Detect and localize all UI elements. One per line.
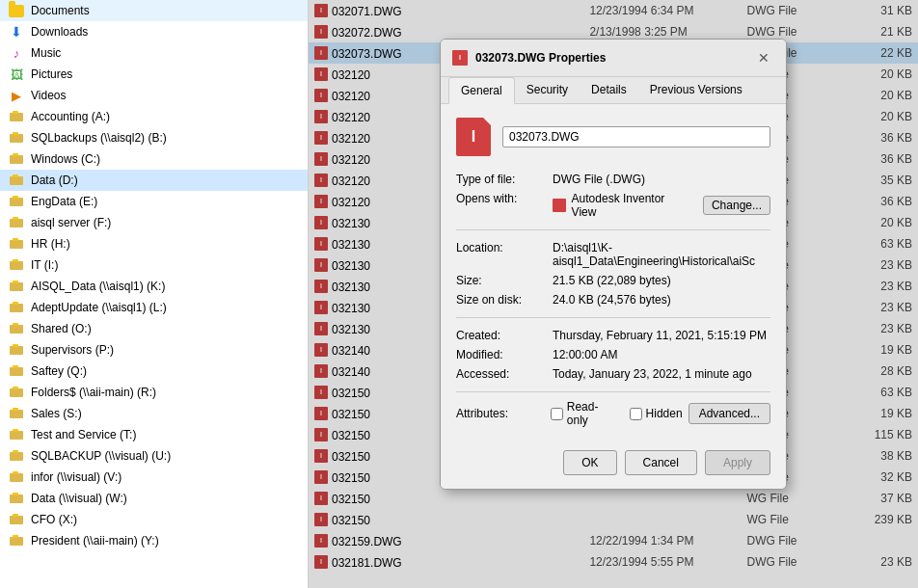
sidebar-item-engdata[interactable]: EngData (E:) — [0, 191, 308, 212]
properties-table: Type of file: DWG File (.DWG) Opens with… — [456, 170, 770, 222]
readonly-checkbox-label[interactable]: Read-only — [551, 400, 614, 427]
svg-rect-37 — [13, 493, 18, 495]
sidebar-icon-test_service — [8, 427, 25, 442]
sidebar-item-documents[interactable]: Documents — [0, 0, 308, 21]
svg-rect-4 — [10, 155, 23, 164]
sidebar-item-infor[interactable]: infor (\\visual) (V:) — [0, 467, 308, 488]
sidebar-label-sales: Sales (S:) — [31, 407, 82, 420]
sidebar-icon-downloads: ⬇ — [8, 24, 25, 40]
hidden-label: Hidden — [646, 407, 683, 420]
sidebar-label-engdata: EngData (E:) — [31, 195, 97, 208]
svg-rect-6 — [10, 176, 23, 185]
sidebar-label-sqlbackups: SQLbackups (\\aisql2) (B:) — [31, 131, 167, 145]
tab-previous-versions[interactable]: Previous Versions — [638, 77, 754, 104]
close-button[interactable]: ✕ — [753, 47, 774, 68]
advanced-button[interactable]: Advanced... — [688, 403, 770, 424]
accessed-value: Today, January 23, 2022, 1 minute ago — [553, 364, 770, 384]
sidebar-icon-sales — [8, 406, 25, 421]
cancel-button[interactable]: Cancel — [625, 450, 697, 475]
tab-details[interactable]: Details — [580, 77, 638, 104]
sidebar-item-adept[interactable]: AdeptUpdate (\\aisql1) (L:) — [0, 297, 308, 318]
svg-rect-25 — [13, 365, 18, 368]
sidebar-icon-videos: ▶ — [8, 88, 25, 103]
sidebar-label-infor: infor (\\visual) (V:) — [31, 470, 122, 484]
dialog-titlebar: I 032073.DWG Properties ✕ — [441, 40, 786, 77]
sidebar-icon-accounting — [8, 109, 25, 124]
sidebar-item-accounting[interactable]: Accounting (A:) — [0, 106, 308, 127]
sidebar-label-hr: HR (H:) — [31, 237, 70, 251]
svg-rect-15 — [13, 259, 18, 262]
main-content: I032071.DWG12/23/1994 6:34 PMDWG File31 … — [309, 0, 918, 588]
svg-rect-17 — [13, 281, 18, 283]
sidebar-label-pictures: Pictures — [31, 67, 72, 81]
sidebar-item-data_w[interactable]: Data (\\visual) (W:) — [0, 488, 308, 509]
sidebar-icon-adept — [8, 300, 25, 315]
size-disk-row: Size on disk: 24.0 KB (24,576 bytes) — [456, 290, 770, 309]
modified-value: 12:00:00 AM — [553, 345, 770, 364]
hidden-checkbox-label[interactable]: Hidden — [630, 407, 683, 420]
modified-row: Modified: 12:00:00 AM — [456, 345, 770, 364]
sidebar-item-sales[interactable]: Sales (S:) — [0, 403, 308, 424]
sidebar-label-windows: Windows (C:) — [31, 152, 100, 166]
sidebar-icon-hr — [8, 236, 25, 252]
sidebar-item-hr[interactable]: HR (H:) — [0, 233, 308, 254]
accessed-label: Accessed: — [456, 364, 553, 384]
change-button[interactable]: Change... — [703, 196, 770, 215]
svg-rect-5 — [13, 153, 18, 156]
sidebar-item-sqlbackup_u[interactable]: SQLBACKUP (\\visual) (U:) — [0, 445, 308, 467]
readonly-checkbox[interactable] — [551, 408, 563, 420]
type-row: Type of file: DWG File (.DWG) — [456, 170, 770, 189]
svg-rect-28 — [10, 410, 23, 418]
dialog-footer: OK Cancel Apply — [441, 441, 786, 489]
svg-rect-21 — [13, 323, 18, 326]
dialog-tabs: GeneralSecurityDetailsPrevious Versions — [441, 77, 786, 104]
tab-general[interactable]: General — [448, 77, 515, 104]
details-table: Location: D:\aisql1\K-aisql1_Data\Engine… — [456, 238, 770, 309]
svg-rect-7 — [13, 174, 18, 177]
sidebar-label-test_service: Test and Service (T:) — [31, 428, 136, 441]
hidden-checkbox[interactable] — [630, 408, 642, 420]
sidebar-item-music[interactable]: ♪Music — [0, 42, 308, 64]
sidebar-item-folders[interactable]: Folders$ (\\aii-main) (R:) — [0, 382, 308, 403]
size-disk-value: 24.0 KB (24,576 bytes) — [553, 290, 770, 309]
opens-app: Autodesk Inventor View — [572, 192, 689, 219]
sidebar-item-pictures[interactable]: 🖼Pictures — [0, 64, 308, 85]
sidebar-icon-sqlbackup_u — [8, 448, 25, 464]
svg-rect-32 — [10, 452, 23, 461]
filename-input[interactable] — [502, 126, 770, 147]
apply-button[interactable]: Apply — [705, 450, 770, 475]
sidebar-item-it[interactable]: IT (I:) — [0, 254, 308, 276]
svg-rect-12 — [10, 240, 23, 249]
sidebar-item-sqlbackups[interactable]: SQLbackups (\\aisql2) (B:) — [0, 127, 308, 148]
svg-rect-24 — [10, 367, 23, 376]
sidebar-icon-data_w — [8, 491, 25, 506]
ok-button[interactable]: OK — [563, 450, 616, 475]
created-label: Created: — [456, 326, 553, 345]
sidebar-icon-sqlbackups — [8, 130, 25, 146]
svg-rect-27 — [13, 387, 18, 389]
sidebar-item-saftey[interactable]: Saftey (Q:) — [0, 361, 308, 382]
sidebar-label-data_w: Data (\\visual) (W:) — [31, 492, 127, 505]
sidebar-item-supervisors[interactable]: Supervisors (P:) — [0, 339, 308, 361]
dates-table: Created: Thursday, February 11, 2021, 5:… — [456, 326, 770, 384]
sidebar-item-cfo[interactable]: CFO (X:) — [0, 509, 308, 530]
sidebar-item-data_d[interactable]: Data (D:) — [0, 170, 308, 191]
sidebar-item-videos[interactable]: ▶Videos — [0, 85, 308, 106]
sidebar-item-windows[interactable]: Windows (C:) — [0, 148, 308, 170]
sidebar-item-test_service[interactable]: Test and Service (T:) — [0, 424, 308, 445]
type-value: DWG File (.DWG) — [553, 170, 770, 189]
svg-rect-31 — [13, 429, 18, 432]
sidebar-item-aisql_f[interactable]: aisql server (F:) — [0, 212, 308, 233]
sidebar-item-president[interactable]: President (\\aii-main) (Y:) — [0, 530, 308, 551]
sidebar-icon-documents — [8, 3, 25, 18]
created-value: Thursday, February 11, 2021, 5:15:19 PM — [553, 326, 770, 345]
opens-row: Opens with: Autodesk Inventor View Chang… — [456, 189, 770, 222]
sidebar-icon-it — [8, 257, 25, 273]
sidebar-item-aisql_k[interactable]: AISQL_Data (\\aisql1) (K:) — [0, 276, 308, 297]
tab-security[interactable]: Security — [515, 77, 580, 104]
file-big-icon: I — [456, 118, 491, 156]
sidebar-item-shared[interactable]: Shared (O:) — [0, 318, 308, 339]
svg-rect-35 — [13, 471, 18, 474]
sidebar-label-saftey: Saftey (Q:) — [31, 364, 87, 378]
sidebar-item-downloads[interactable]: ⬇Downloads — [0, 21, 308, 42]
